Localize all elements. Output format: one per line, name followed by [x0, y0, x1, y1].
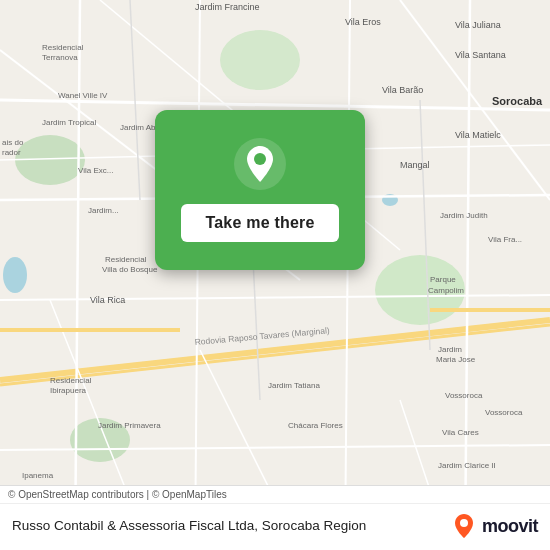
svg-text:Vila Barão: Vila Barão: [382, 85, 423, 95]
svg-text:Vila Santana: Vila Santana: [455, 50, 506, 60]
svg-text:Campolim: Campolim: [428, 286, 464, 295]
svg-text:Vila Juliana: Vila Juliana: [455, 20, 501, 30]
svg-text:Jardim Tropical: Jardim Tropical: [42, 118, 96, 127]
svg-text:Vila Rica: Vila Rica: [90, 295, 125, 305]
svg-text:Ipanema: Ipanema: [22, 471, 54, 480]
svg-text:Wanel Ville IV: Wanel Ville IV: [58, 91, 108, 100]
svg-text:Jardim Francine: Jardim Francine: [195, 2, 260, 12]
svg-text:Terranova: Terranova: [42, 53, 78, 62]
svg-text:Mangal: Mangal: [400, 160, 430, 170]
svg-text:Residencial: Residencial: [50, 376, 92, 385]
moovit-logo: moovit: [450, 512, 538, 540]
place-name: Russo Contabil & Assessoria Fiscal Ltda,…: [12, 517, 440, 536]
svg-text:Ibirapuera: Ibirapuera: [50, 386, 87, 395]
svg-text:ais do: ais do: [2, 138, 24, 147]
svg-text:Jardim Tatiana: Jardim Tatiana: [268, 381, 320, 390]
svg-text:rador: rador: [2, 148, 21, 157]
svg-text:Vila Matielc: Vila Matielc: [455, 130, 501, 140]
svg-text:Villa do Bosque: Villa do Bosque: [102, 265, 158, 274]
svg-text:Residencial: Residencial: [105, 255, 147, 264]
svg-text:Jardim Primavera: Jardim Primavera: [98, 421, 161, 430]
moovit-brand-text: moovit: [482, 516, 538, 537]
svg-text:Residencial: Residencial: [42, 43, 84, 52]
svg-text:Maria Jose: Maria Jose: [436, 355, 476, 364]
action-card[interactable]: Take me there: [155, 110, 365, 270]
svg-text:Vila Eros: Vila Eros: [345, 17, 381, 27]
svg-text:Vila Exc...: Vila Exc...: [78, 166, 113, 175]
svg-text:Jardim...: Jardim...: [88, 206, 119, 215]
attribution-text: © OpenStreetMap contributors | © OpenMap…: [0, 485, 550, 503]
svg-text:Vila Cares: Vila Cares: [442, 428, 479, 437]
svg-text:Vossoroca: Vossoroca: [445, 391, 483, 400]
svg-point-71: [460, 519, 468, 527]
map-container: Vila Juliana Vila Santana Sorocaba Vila …: [0, 0, 550, 550]
svg-point-2: [220, 30, 300, 90]
svg-text:Chácara Flores: Chácara Flores: [288, 421, 343, 430]
svg-text:Vossoroca: Vossoroca: [485, 408, 523, 417]
take-me-there-button[interactable]: Take me there: [181, 204, 338, 242]
svg-point-70: [254, 153, 266, 165]
svg-text:Jardim: Jardim: [438, 345, 462, 354]
moovit-pin-icon: [450, 512, 478, 540]
map-background: Vila Juliana Vila Santana Sorocaba Vila …: [0, 0, 550, 550]
svg-text:Sorocaba: Sorocaba: [492, 95, 543, 107]
svg-text:Vila Fra...: Vila Fra...: [488, 235, 522, 244]
svg-text:Jardim Judith: Jardim Judith: [440, 211, 488, 220]
place-info-bar: Russo Contabil & Assessoria Fiscal Ltda,…: [0, 503, 550, 550]
bottom-bar: © OpenStreetMap contributors | © OpenMap…: [0, 485, 550, 550]
svg-text:Parque: Parque: [430, 275, 456, 284]
svg-point-6: [3, 257, 27, 293]
location-pin-icon: [234, 138, 286, 190]
svg-text:Jardim Clarice II: Jardim Clarice II: [438, 461, 496, 470]
